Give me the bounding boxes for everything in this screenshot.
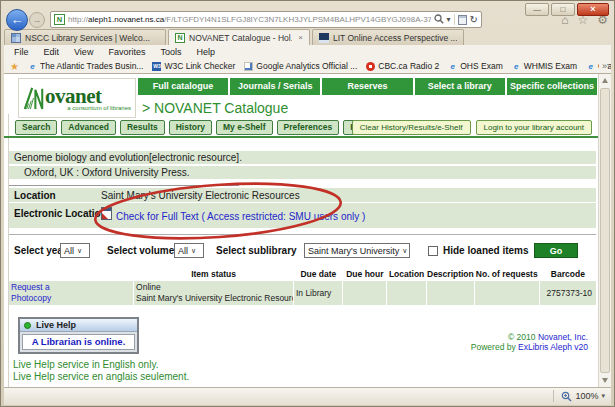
tab-advanced[interactable]: Advanced [61, 120, 116, 135]
filter-bar: Select year All ∨ Select volume All ∨ Se… [4, 242, 598, 260]
favorites-bar: ★ eThe Atlantic Trades Busin... W3W3C Li… [4, 59, 611, 74]
status-line: Saint Mary's University Electronic Resou… [136, 293, 291, 304]
header-description: Description [427, 268, 474, 280]
favorites-bar-star-icon[interactable]: ★ [10, 61, 19, 72]
google-analytics-icon [244, 62, 253, 71]
page-scrollbar[interactable] [598, 74, 611, 387]
sublibrary-select[interactable]: Saint Mary's University ∨ [304, 243, 410, 258]
year-select[interactable]: All ∨ [60, 243, 90, 258]
address-bar[interactable]: N http://aleph1.novanet.ns.ca/F/LTGFDYI4… [50, 11, 482, 28]
select-volume-label: Select volume [107, 245, 174, 256]
page-title: > NOVANET Catalogue [142, 100, 288, 116]
note-french: Live Help service en anglais seulement. [13, 371, 189, 383]
check-fulltext-link[interactable]: Check for Full Text ( Access restricted:… [116, 211, 365, 222]
tab-novanet-catalogue[interactable]: N NOVANET Catalogue - Hol... × [168, 29, 310, 45]
menu-bar: File Edit View Favorites Tools Help [4, 45, 611, 59]
barcode-cell: 2757373-10 [540, 281, 596, 305]
header-location: Location [387, 268, 426, 280]
librarian-online-message[interactable]: A Librarian is online. [22, 334, 135, 350]
favorite-atlantic-trades[interactable]: eThe Atlantic Trades Busin... [28, 61, 143, 71]
nav-journals-serials[interactable]: Journals / Serials [230, 78, 320, 95]
favorite-w3c-link-checker[interactable]: W3W3C Link Checker [152, 61, 235, 71]
menu-favorites[interactable]: Favorites [108, 47, 145, 57]
maximize-button[interactable]: □ [551, 3, 575, 16]
item-status-cell: Online Saint Mary's University Electroni… [134, 281, 293, 305]
ie-page-icon: e [28, 62, 37, 71]
nav-select-a-library[interactable]: Select a library [415, 78, 505, 95]
zoom-control[interactable]: 100% ▾ [553, 390, 605, 402]
tab-search[interactable]: Search [15, 120, 57, 135]
account-actions: Clear History/Results/e-Shelf Login to y… [352, 120, 592, 135]
header-item-status: Item status [134, 268, 293, 280]
favorite-label: The Atlantic Trades Busin... [40, 61, 143, 71]
menu-help[interactable]: Help [196, 47, 215, 57]
tab-history[interactable]: History [169, 120, 212, 135]
go-button[interactable]: Go [534, 243, 578, 258]
favorite-cbc-radio2[interactable]: CBC.ca Radio 2 [366, 61, 439, 71]
tab-label: LIT Online Access Perspective ... [333, 33, 457, 43]
favorite-ohs-exam[interactable]: eOHS Exam [448, 61, 503, 71]
live-help-notes: Live Help service in English only. Live … [13, 359, 189, 382]
tab-close-icon[interactable]: × [298, 33, 303, 42]
tab-results[interactable]: Results [120, 120, 165, 135]
header-rule [4, 136, 598, 138]
page-footer: © 2010 Novanet, Inc. Powered by ExLibris… [471, 332, 588, 352]
favorites-overflow-icon[interactable]: » [599, 59, 607, 74]
tab-label: NSCC Library Services | Welco... [25, 33, 150, 43]
scroll-down-icon[interactable] [599, 374, 611, 387]
nav-full-catalogue[interactable]: Full catalogue [138, 78, 228, 95]
address-separator [454, 14, 455, 25]
zoom-level: 100% [575, 391, 598, 401]
favorite-whmis-exam[interactable]: eWHMIS Exam [512, 61, 577, 71]
nav-specific-collections[interactable]: Specific collections [507, 78, 597, 95]
description-cell [427, 281, 474, 305]
live-help-widget[interactable]: Live Help A Librarian is online. [18, 317, 139, 354]
menu-edit[interactable]: Edit [44, 47, 60, 57]
status-line: Online [136, 282, 291, 293]
requests-cell [475, 281, 539, 305]
compatibility-view-icon[interactable] [458, 15, 467, 25]
novanet-logo[interactable]: ovanet a consortium of libraries [18, 78, 136, 118]
header-barcode: Barcode [540, 268, 596, 280]
exlibris-aleph-link[interactable]: ExLibris Aleph v20 [518, 342, 588, 352]
novanet-logo-icon [23, 84, 45, 112]
scrollbar-thumb[interactable] [600, 88, 610, 373]
forward-button[interactable]: → [29, 12, 45, 28]
request-photocopy-link[interactable]: Request a Photocopy [11, 282, 71, 304]
favorite-google-analytics[interactable]: Google Analytics Official ... [244, 61, 357, 71]
url-text: http://aleph1.novanet.ns.ca/F/LTGFDYI4N1… [68, 15, 431, 24]
novanet-inc-link[interactable]: Novanet, Inc. [538, 332, 588, 342]
refresh-icon[interactable]: ↻ [470, 16, 478, 24]
menu-view[interactable]: View [74, 47, 93, 57]
menu-file[interactable]: File [14, 47, 29, 57]
minimize-button[interactable]: — [525, 3, 549, 16]
close-button[interactable]: × [577, 3, 609, 16]
search-icon[interactable] [434, 14, 444, 26]
menu-tools[interactable]: Tools [160, 47, 181, 57]
tab-preferences[interactable]: Preferences [277, 120, 340, 135]
back-button[interactable]: ← [6, 9, 28, 31]
volume-select[interactable]: All ∨ [174, 243, 204, 258]
electronic-location-row: Electronic Location Check for Full Text … [9, 203, 596, 228]
login-button[interactable]: Login to your library account [476, 120, 593, 135]
items-table: Item status Due date Due hour Location D… [9, 268, 596, 305]
tab-lit-online-access[interactable]: LIT Online Access Perspective ... [312, 29, 464, 45]
novanet-site-icon: N [175, 33, 185, 43]
live-help-title: Live Help [36, 320, 76, 330]
table-row: Request a Photocopy Online Saint Mary's … [9, 281, 596, 305]
year-select-value: All [64, 246, 74, 256]
scroll-up-icon[interactable] [599, 74, 611, 87]
table-header-row: Item status Due date Due hour Location D… [9, 268, 596, 280]
ie-page-icon: e [512, 62, 521, 71]
favorite-label: WHMIS Exam [524, 61, 577, 71]
address-dropdown-icon[interactable]: ▾ [447, 16, 451, 24]
electronic-location-label: Electronic Location [14, 208, 107, 219]
hide-loaned-checkbox[interactable] [428, 246, 438, 256]
select-caret-icon: ∨ [402, 247, 407, 255]
tab-nscc-library[interactable]: NSCC Library Services | Welco... [4, 29, 166, 45]
tab-my-e-shelf[interactable]: My e-Shelf [216, 120, 273, 135]
nav-reserves[interactable]: Reserves [322, 78, 412, 95]
clear-history-button[interactable]: Clear History/Results/e-Shelf [352, 120, 471, 135]
due-date-cell: In Library [294, 281, 343, 305]
fulltext-icon[interactable] [101, 207, 112, 220]
